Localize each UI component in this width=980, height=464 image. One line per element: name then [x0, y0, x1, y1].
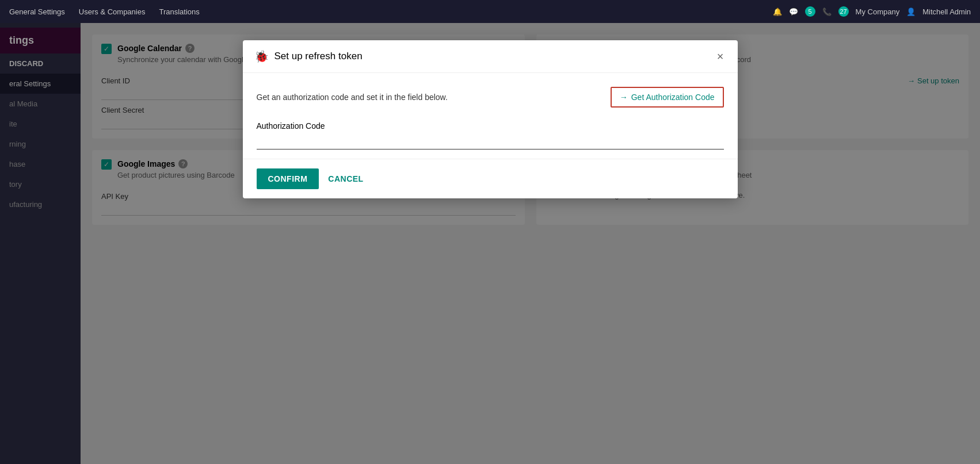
- auth-code-input[interactable]: [257, 135, 724, 149]
- modal-footer: CONFIRM CANCEL: [243, 159, 738, 198]
- badge-5: 5: [805, 6, 815, 17]
- nav-users-companies[interactable]: Users & Companies: [79, 7, 146, 16]
- user-label[interactable]: Mitchell Admin: [922, 7, 971, 16]
- badge-27: 27: [838, 6, 849, 17]
- modal-desc-row: Get an authorization code and set it in …: [257, 87, 724, 108]
- chat-icon[interactable]: 💬: [789, 7, 798, 16]
- cancel-button[interactable]: CANCEL: [328, 174, 363, 183]
- modal-description: Get an authorization code and set it in …: [257, 93, 448, 102]
- refresh-token-modal: 🐞 Set up refresh token × Get an authoriz…: [243, 40, 738, 198]
- avatar: 👤: [906, 7, 916, 16]
- modal-title: Set up refresh token: [274, 51, 709, 62]
- activity-icon[interactable]: 🔔: [773, 7, 782, 16]
- bug-icon: 🐞: [254, 49, 269, 63]
- top-navigation: General Settings Users & Companies Trans…: [0, 0, 980, 23]
- modal-close-button[interactable]: ×: [715, 50, 726, 63]
- auth-code-label: Authorization Code: [257, 121, 724, 131]
- modal-body: Get an authorization code and set it in …: [243, 73, 738, 159]
- company-label[interactable]: My Company: [856, 7, 900, 16]
- nav-translations[interactable]: Translations: [159, 7, 199, 16]
- auth-arrow-icon: →: [620, 93, 628, 102]
- page-layout: tings DISCARD eral Settings al Media ite…: [0, 23, 980, 464]
- nav-icons: 🔔 💬 5 📞 27 My Company 👤 Mitchell Admin: [773, 6, 971, 17]
- get-auth-code-button[interactable]: → Get Authorization Code: [611, 87, 724, 108]
- phone-icon[interactable]: 📞: [822, 7, 832, 16]
- modal-overlay: 🐞 Set up refresh token × Get an authoriz…: [0, 23, 980, 464]
- nav-general-settings[interactable]: General Settings: [9, 7, 65, 16]
- modal-header: 🐞 Set up refresh token ×: [243, 40, 738, 73]
- confirm-button[interactable]: CONFIRM: [257, 168, 319, 189]
